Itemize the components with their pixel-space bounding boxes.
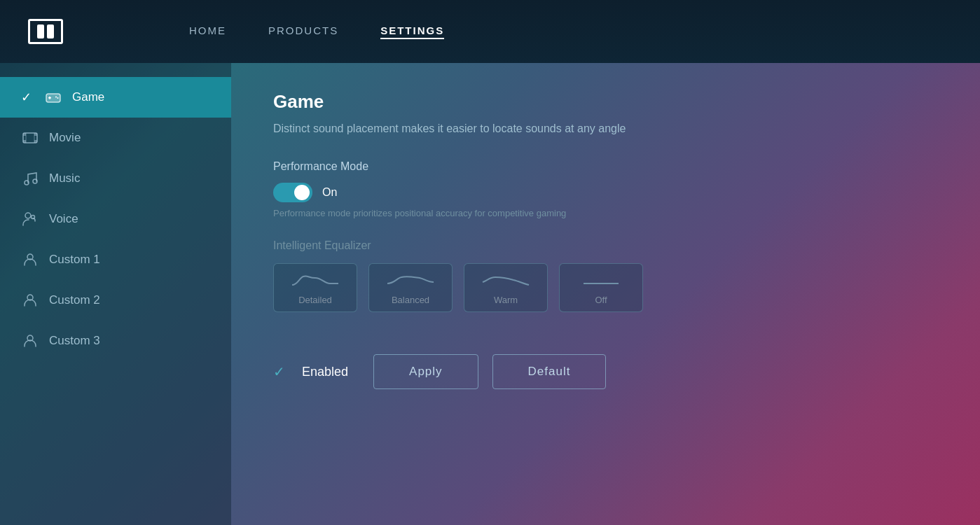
performance-mode-label: Performance Mode [273, 160, 938, 173]
gamepad-icon [44, 88, 62, 106]
default-button[interactable]: Default [492, 354, 607, 389]
sidebar-custom1-label: Custom 1 [49, 253, 100, 267]
nav-settings[interactable]: SETTINGS [380, 24, 444, 39]
toggle-knob [294, 185, 310, 200]
enabled-checkmark-icon: ✓ [273, 363, 285, 380]
svg-rect-6 [23, 133, 26, 136]
eq-off-label: Off [595, 295, 607, 305]
toggle-row: On [273, 183, 938, 202]
svg-point-3 [55, 97, 57, 98]
toggle-state-label: On [322, 186, 337, 199]
music-icon [21, 169, 39, 188]
sidebar-item-movie[interactable]: Movie [0, 118, 231, 158]
apply-button[interactable]: Apply [373, 354, 478, 389]
svg-rect-9 [34, 140, 37, 143]
custom3-icon [21, 332, 39, 350]
eq-label: Intelligent Equalizer [273, 239, 938, 252]
eq-option-off[interactable]: Off [559, 263, 643, 312]
page-description: Distinct sound placement makes it easier… [273, 122, 938, 135]
performance-mode-toggle[interactable] [273, 183, 312, 202]
eq-option-warm[interactable]: Warm [464, 263, 548, 312]
svg-point-14 [25, 213, 31, 218]
eq-option-balanced[interactable]: Balanced [368, 263, 453, 312]
main-panel: Game Distinct sound placement makes it e… [231, 63, 980, 525]
eq-options: Detailed Balanced Warm [273, 263, 938, 312]
svg-rect-8 [23, 140, 26, 143]
sidebar-game-label: Game [72, 90, 104, 104]
svg-rect-2 [49, 97, 50, 99]
sidebar-music-label: Music [49, 172, 80, 186]
svg-point-4 [57, 97, 59, 99]
bottom-bar: ✓ Enabled Apply Default [273, 354, 938, 389]
eq-warm-label: Warm [494, 295, 518, 305]
sidebar-item-custom1[interactable]: Custom 1 [0, 239, 231, 280]
check-icon: ✓ [21, 90, 32, 105]
content-area: ✓ Game [0, 63, 980, 525]
eq-option-detailed[interactable]: Detailed [273, 263, 357, 312]
custom2-icon [21, 291, 39, 309]
sidebar-custom3-label: Custom 3 [49, 334, 100, 348]
nav-home[interactable]: HOME [189, 24, 226, 39]
enabled-label: Enabled [302, 365, 348, 379]
sidebar-item-music[interactable]: Music [0, 158, 231, 199]
sidebar-movie-label: Movie [49, 131, 81, 145]
logo-inner-left [37, 24, 44, 38]
performance-mode-desc: Performance mode prioritizes positional … [273, 208, 938, 218]
sidebar-item-custom2[interactable]: Custom 2 [0, 280, 231, 321]
logo [28, 19, 63, 44]
logo-box [28, 19, 63, 44]
svg-point-15 [32, 216, 35, 219]
voice-icon [21, 210, 39, 228]
nav-links: HOME PRODUCTS SETTINGS [189, 24, 444, 39]
sidebar-custom2-label: Custom 2 [49, 293, 100, 307]
sidebar-item-custom3[interactable]: Custom 3 [0, 321, 231, 361]
sidebar: ✓ Game [0, 63, 231, 525]
custom1-icon [21, 251, 39, 269]
sidebar-item-game[interactable]: ✓ Game [0, 77, 231, 118]
navbar: HOME PRODUCTS SETTINGS [0, 0, 980, 63]
eq-balanced-label: Balanced [392, 295, 429, 305]
sidebar-voice-label: Voice [49, 212, 78, 226]
sidebar-item-voice[interactable]: Voice [0, 199, 231, 239]
svg-rect-7 [34, 133, 37, 136]
nav-products[interactable]: PRODUCTS [268, 24, 338, 39]
logo-inner-right [47, 24, 54, 38]
eq-detailed-label: Detailed [298, 295, 332, 305]
page-title: Game [273, 91, 938, 113]
movie-icon [21, 129, 39, 147]
